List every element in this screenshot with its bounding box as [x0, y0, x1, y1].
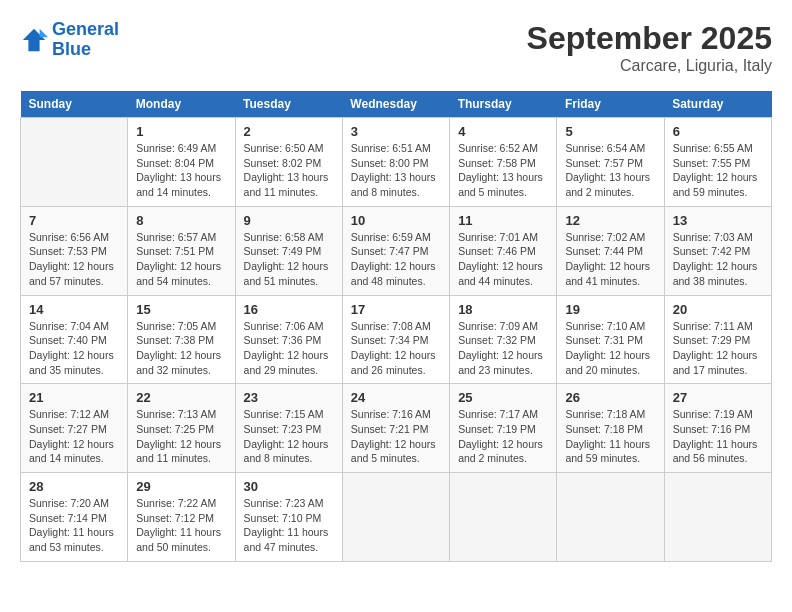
day-info: Sunrise: 6:59 AM Sunset: 7:47 PM Dayligh… — [351, 230, 441, 289]
day-info: Sunrise: 7:15 AM Sunset: 7:23 PM Dayligh… — [244, 407, 334, 466]
day-info: Sunrise: 7:17 AM Sunset: 7:19 PM Dayligh… — [458, 407, 548, 466]
day-number: 11 — [458, 213, 548, 228]
day-info: Sunrise: 6:52 AM Sunset: 7:58 PM Dayligh… — [458, 141, 548, 200]
day-number: 23 — [244, 390, 334, 405]
day-number: 24 — [351, 390, 441, 405]
day-number: 15 — [136, 302, 226, 317]
header-cell-sunday: Sunday — [21, 91, 128, 118]
day-cell: 5Sunrise: 6:54 AM Sunset: 7:57 PM Daylig… — [557, 118, 664, 207]
day-cell: 10Sunrise: 6:59 AM Sunset: 7:47 PM Dayli… — [342, 206, 449, 295]
day-info: Sunrise: 7:13 AM Sunset: 7:25 PM Dayligh… — [136, 407, 226, 466]
week-row-3: 14Sunrise: 7:04 AM Sunset: 7:40 PM Dayli… — [21, 295, 772, 384]
day-info: Sunrise: 7:16 AM Sunset: 7:21 PM Dayligh… — [351, 407, 441, 466]
day-number: 17 — [351, 302, 441, 317]
day-info: Sunrise: 7:22 AM Sunset: 7:12 PM Dayligh… — [136, 496, 226, 555]
day-cell: 27Sunrise: 7:19 AM Sunset: 7:16 PM Dayli… — [664, 384, 771, 473]
day-cell: 19Sunrise: 7:10 AM Sunset: 7:31 PM Dayli… — [557, 295, 664, 384]
day-cell: 24Sunrise: 7:16 AM Sunset: 7:21 PM Dayli… — [342, 384, 449, 473]
day-info: Sunrise: 7:11 AM Sunset: 7:29 PM Dayligh… — [673, 319, 763, 378]
day-info: Sunrise: 6:56 AM Sunset: 7:53 PM Dayligh… — [29, 230, 119, 289]
day-cell: 23Sunrise: 7:15 AM Sunset: 7:23 PM Dayli… — [235, 384, 342, 473]
day-cell: 6Sunrise: 6:55 AM Sunset: 7:55 PM Daylig… — [664, 118, 771, 207]
day-number: 27 — [673, 390, 763, 405]
day-number: 12 — [565, 213, 655, 228]
day-cell: 7Sunrise: 6:56 AM Sunset: 7:53 PM Daylig… — [21, 206, 128, 295]
header-cell-saturday: Saturday — [664, 91, 771, 118]
day-cell: 4Sunrise: 6:52 AM Sunset: 7:58 PM Daylig… — [450, 118, 557, 207]
day-cell — [557, 473, 664, 562]
day-cell: 12Sunrise: 7:02 AM Sunset: 7:44 PM Dayli… — [557, 206, 664, 295]
header-cell-tuesday: Tuesday — [235, 91, 342, 118]
day-number: 8 — [136, 213, 226, 228]
day-cell: 1Sunrise: 6:49 AM Sunset: 8:04 PM Daylig… — [128, 118, 235, 207]
day-cell — [342, 473, 449, 562]
day-info: Sunrise: 7:02 AM Sunset: 7:44 PM Dayligh… — [565, 230, 655, 289]
day-number: 3 — [351, 124, 441, 139]
day-info: Sunrise: 7:03 AM Sunset: 7:42 PM Dayligh… — [673, 230, 763, 289]
day-cell: 21Sunrise: 7:12 AM Sunset: 7:27 PM Dayli… — [21, 384, 128, 473]
day-number: 25 — [458, 390, 548, 405]
week-row-5: 28Sunrise: 7:20 AM Sunset: 7:14 PM Dayli… — [21, 473, 772, 562]
day-number: 30 — [244, 479, 334, 494]
header-cell-wednesday: Wednesday — [342, 91, 449, 118]
day-info: Sunrise: 7:05 AM Sunset: 7:38 PM Dayligh… — [136, 319, 226, 378]
day-info: Sunrise: 6:51 AM Sunset: 8:00 PM Dayligh… — [351, 141, 441, 200]
day-number: 20 — [673, 302, 763, 317]
day-number: 1 — [136, 124, 226, 139]
header-cell-thursday: Thursday — [450, 91, 557, 118]
day-number: 14 — [29, 302, 119, 317]
day-cell: 13Sunrise: 7:03 AM Sunset: 7:42 PM Dayli… — [664, 206, 771, 295]
day-number: 10 — [351, 213, 441, 228]
day-cell: 9Sunrise: 6:58 AM Sunset: 7:49 PM Daylig… — [235, 206, 342, 295]
day-cell: 26Sunrise: 7:18 AM Sunset: 7:18 PM Dayli… — [557, 384, 664, 473]
logo-general: General — [52, 19, 119, 39]
logo: General Blue — [20, 20, 119, 60]
svg-marker-1 — [40, 29, 48, 37]
day-cell: 3Sunrise: 6:51 AM Sunset: 8:00 PM Daylig… — [342, 118, 449, 207]
day-cell: 14Sunrise: 7:04 AM Sunset: 7:40 PM Dayli… — [21, 295, 128, 384]
week-row-2: 7Sunrise: 6:56 AM Sunset: 7:53 PM Daylig… — [21, 206, 772, 295]
day-number: 5 — [565, 124, 655, 139]
day-cell — [21, 118, 128, 207]
calendar-table: SundayMondayTuesdayWednesdayThursdayFrid… — [20, 91, 772, 562]
day-cell: 25Sunrise: 7:17 AM Sunset: 7:19 PM Dayli… — [450, 384, 557, 473]
day-info: Sunrise: 7:08 AM Sunset: 7:34 PM Dayligh… — [351, 319, 441, 378]
day-number: 28 — [29, 479, 119, 494]
day-cell: 30Sunrise: 7:23 AM Sunset: 7:10 PM Dayli… — [235, 473, 342, 562]
day-cell: 15Sunrise: 7:05 AM Sunset: 7:38 PM Dayli… — [128, 295, 235, 384]
day-info: Sunrise: 7:06 AM Sunset: 7:36 PM Dayligh… — [244, 319, 334, 378]
day-number: 7 — [29, 213, 119, 228]
day-cell — [450, 473, 557, 562]
day-info: Sunrise: 6:55 AM Sunset: 7:55 PM Dayligh… — [673, 141, 763, 200]
day-number: 26 — [565, 390, 655, 405]
day-info: Sunrise: 6:57 AM Sunset: 7:51 PM Dayligh… — [136, 230, 226, 289]
title-block: September 2025 Carcare, Liguria, Italy — [527, 20, 772, 75]
day-number: 21 — [29, 390, 119, 405]
day-info: Sunrise: 6:50 AM Sunset: 8:02 PM Dayligh… — [244, 141, 334, 200]
header-cell-friday: Friday — [557, 91, 664, 118]
week-row-1: 1Sunrise: 6:49 AM Sunset: 8:04 PM Daylig… — [21, 118, 772, 207]
day-info: Sunrise: 7:23 AM Sunset: 7:10 PM Dayligh… — [244, 496, 334, 555]
day-info: Sunrise: 7:04 AM Sunset: 7:40 PM Dayligh… — [29, 319, 119, 378]
day-info: Sunrise: 7:20 AM Sunset: 7:14 PM Dayligh… — [29, 496, 119, 555]
day-info: Sunrise: 7:12 AM Sunset: 7:27 PM Dayligh… — [29, 407, 119, 466]
day-cell: 20Sunrise: 7:11 AM Sunset: 7:29 PM Dayli… — [664, 295, 771, 384]
day-cell: 18Sunrise: 7:09 AM Sunset: 7:32 PM Dayli… — [450, 295, 557, 384]
day-number: 2 — [244, 124, 334, 139]
logo-blue: Blue — [52, 39, 91, 59]
logo-text: General Blue — [52, 20, 119, 60]
day-info: Sunrise: 7:19 AM Sunset: 7:16 PM Dayligh… — [673, 407, 763, 466]
day-cell: 8Sunrise: 6:57 AM Sunset: 7:51 PM Daylig… — [128, 206, 235, 295]
day-cell: 11Sunrise: 7:01 AM Sunset: 7:46 PM Dayli… — [450, 206, 557, 295]
day-info: Sunrise: 7:10 AM Sunset: 7:31 PM Dayligh… — [565, 319, 655, 378]
logo-icon — [20, 26, 48, 54]
day-info: Sunrise: 7:01 AM Sunset: 7:46 PM Dayligh… — [458, 230, 548, 289]
calendar-body: 1Sunrise: 6:49 AM Sunset: 8:04 PM Daylig… — [21, 118, 772, 562]
day-cell — [664, 473, 771, 562]
page-subtitle: Carcare, Liguria, Italy — [527, 57, 772, 75]
day-cell: 17Sunrise: 7:08 AM Sunset: 7:34 PM Dayli… — [342, 295, 449, 384]
page-title: September 2025 — [527, 20, 772, 57]
header-row: SundayMondayTuesdayWednesdayThursdayFrid… — [21, 91, 772, 118]
day-cell: 29Sunrise: 7:22 AM Sunset: 7:12 PM Dayli… — [128, 473, 235, 562]
week-row-4: 21Sunrise: 7:12 AM Sunset: 7:27 PM Dayli… — [21, 384, 772, 473]
